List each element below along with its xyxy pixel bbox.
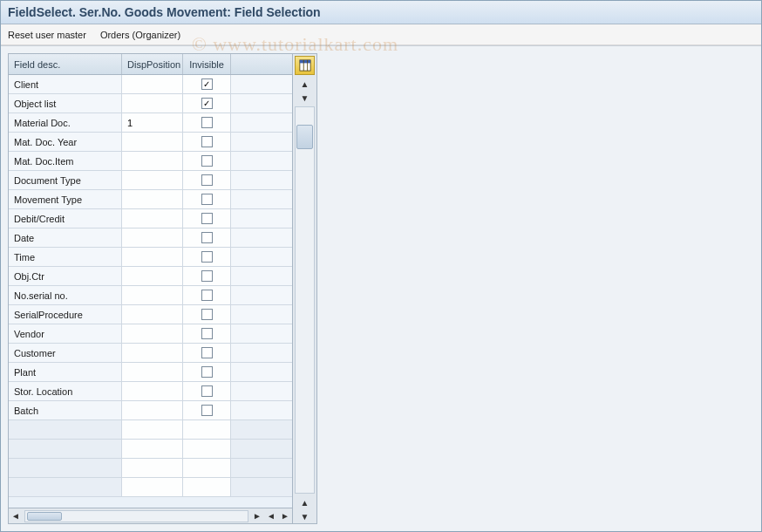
table-row[interactable]: Debit/Credit: [9, 209, 292, 228]
invisible-cell[interactable]: ✓: [183, 94, 231, 113]
invisible-checkbox[interactable]: [201, 213, 213, 224]
invisible-cell[interactable]: [183, 286, 231, 304]
orders-organizer-link[interactable]: Orders (Organizer): [100, 30, 180, 40]
invisible-checkbox[interactable]: [201, 232, 213, 243]
disp-position-cell[interactable]: [122, 324, 183, 343]
disp-position-cell[interactable]: [122, 190, 183, 208]
disp-position-input[interactable]: [127, 271, 177, 282]
invisible-checkbox[interactable]: ✓: [201, 78, 213, 90]
scroll-up-end-icon[interactable]: ▲: [293, 495, 316, 509]
scroll-up-icon[interactable]: ▲: [293, 77, 316, 91]
invisible-cell[interactable]: [183, 113, 231, 132]
disp-position-input[interactable]: [127, 194, 177, 205]
disp-position-cell[interactable]: [122, 382, 183, 400]
invisible-cell[interactable]: [183, 209, 231, 228]
disp-position-cell[interactable]: [122, 305, 183, 324]
invisible-cell[interactable]: [183, 382, 231, 400]
table-row[interactable]: Mat. Doc. Year: [9, 133, 292, 152]
invisible-cell[interactable]: [183, 267, 231, 285]
invisible-checkbox[interactable]: [201, 385, 213, 397]
invisible-cell[interactable]: [183, 305, 231, 324]
disp-position-cell[interactable]: [122, 344, 183, 362]
disp-position-cell[interactable]: [122, 75, 183, 93]
invisible-cell[interactable]: [183, 228, 231, 247]
table-row[interactable]: Object list✓: [9, 94, 292, 113]
disp-position-input[interactable]: [127, 310, 177, 320]
invisible-cell[interactable]: [183, 363, 231, 381]
invisible-checkbox[interactable]: [201, 251, 213, 263]
scroll-h-thumb[interactable]: [27, 512, 62, 521]
scroll-down-icon[interactable]: ▼: [293, 509, 316, 523]
table-row[interactable]: Batch: [9, 401, 292, 420]
disp-position-cell[interactable]: [122, 113, 183, 132]
scroll-left-icon[interactable]: ◄: [9, 509, 23, 523]
disp-position-cell[interactable]: [122, 267, 183, 285]
table-row[interactable]: Plant: [9, 363, 292, 382]
invisible-checkbox[interactable]: [201, 405, 213, 416]
invisible-checkbox[interactable]: [201, 328, 213, 339]
column-header-field-desc[interactable]: Field desc.: [9, 54, 122, 74]
horizontal-scrollbar[interactable]: ◄ ► ◄ ►: [9, 508, 292, 523]
invisible-cell[interactable]: [183, 190, 231, 208]
disp-position-cell[interactable]: [122, 209, 183, 228]
invisible-cell[interactable]: [183, 324, 231, 343]
invisible-checkbox[interactable]: [201, 309, 213, 320]
table-row[interactable]: Movement Type: [9, 190, 292, 209]
table-row[interactable]: Date: [9, 228, 292, 248]
disp-position-input[interactable]: [127, 367, 177, 378]
disp-position-input[interactable]: [127, 233, 177, 243]
disp-position-input[interactable]: [127, 79, 177, 90]
disp-position-input[interactable]: [127, 156, 177, 167]
scroll-right-end-icon[interactable]: ►: [278, 509, 292, 523]
reset-user-master-link[interactable]: Reset user master: [8, 30, 86, 40]
disp-position-input[interactable]: [127, 290, 177, 301]
invisible-cell[interactable]: [183, 248, 231, 266]
disp-position-cell[interactable]: [122, 94, 183, 113]
disp-position-input[interactable]: [127, 175, 177, 186]
invisible-checkbox[interactable]: [201, 347, 213, 358]
scroll-left-end-icon[interactable]: ◄: [264, 509, 278, 523]
disp-position-input[interactable]: [127, 329, 177, 339]
invisible-checkbox[interactable]: [201, 136, 213, 147]
scroll-right-icon[interactable]: ►: [250, 509, 264, 523]
disp-position-input[interactable]: [127, 252, 177, 263]
table-row[interactable]: Stor. Location: [9, 382, 292, 401]
invisible-cell[interactable]: [183, 171, 231, 189]
invisible-checkbox[interactable]: ✓: [201, 98, 213, 109]
invisible-cell[interactable]: [183, 152, 231, 170]
table-row[interactable]: Obj.Ctr: [9, 267, 292, 286]
invisible-cell[interactable]: [183, 401, 231, 419]
invisible-checkbox[interactable]: [201, 155, 213, 167]
disp-position-cell[interactable]: [122, 248, 183, 266]
disp-position-cell[interactable]: [122, 228, 183, 247]
table-row[interactable]: Time: [9, 248, 292, 267]
table-row[interactable]: No.serial no.: [9, 286, 292, 305]
disp-position-input[interactable]: [127, 348, 177, 358]
disp-position-input[interactable]: [127, 406, 177, 416]
invisible-checkbox[interactable]: [201, 290, 213, 301]
disp-position-input[interactable]: [127, 386, 177, 397]
table-row[interactable]: SerialProcedure: [9, 305, 292, 324]
disp-position-cell[interactable]: [122, 363, 183, 381]
disp-position-input[interactable]: [127, 99, 177, 109]
invisible-checkbox[interactable]: [201, 270, 213, 282]
scroll-v-thumb[interactable]: [296, 125, 313, 149]
invisible-cell[interactable]: [183, 344, 231, 362]
disp-position-cell[interactable]: [122, 133, 183, 151]
table-row[interactable]: Vendor: [9, 324, 292, 344]
table-row[interactable]: Document Type: [9, 171, 292, 190]
disp-position-input[interactable]: [127, 118, 177, 128]
disp-position-input[interactable]: [127, 214, 177, 224]
disp-position-cell[interactable]: [122, 152, 183, 170]
disp-position-input[interactable]: [127, 137, 177, 147]
column-header-disp-position[interactable]: DispPosition: [122, 54, 183, 74]
scroll-v-track[interactable]: [295, 106, 315, 494]
disp-position-cell[interactable]: [122, 286, 183, 304]
table-row[interactable]: Material Doc.: [9, 113, 292, 133]
invisible-cell[interactable]: [183, 133, 231, 151]
scroll-h-track[interactable]: [24, 510, 248, 522]
table-row[interactable]: Customer: [9, 344, 292, 363]
configure-columns-button[interactable]: [295, 56, 315, 75]
scroll-down-small-icon[interactable]: ▼: [293, 91, 316, 105]
invisible-checkbox[interactable]: [201, 117, 213, 128]
